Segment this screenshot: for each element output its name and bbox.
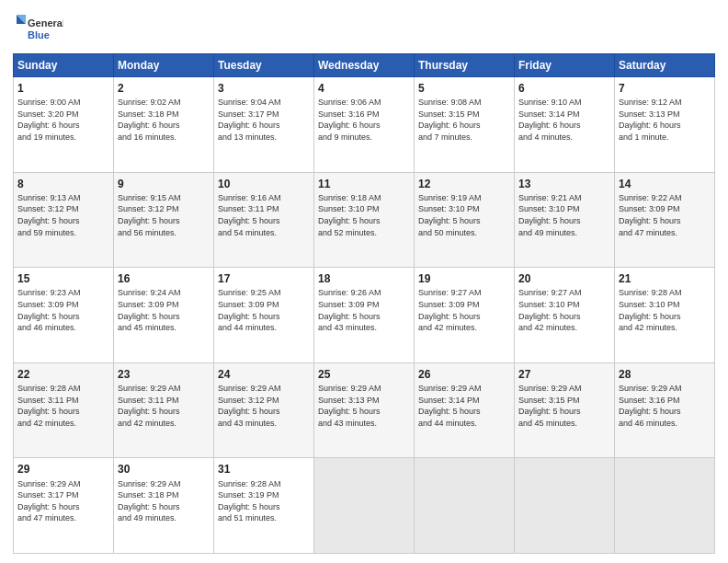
calendar-cell: 25Sunrise: 9:29 AM Sunset: 3:13 PM Dayli… — [314, 362, 415, 458]
day-detail: Sunrise: 9:19 AM Sunset: 3:10 PM Dayligh… — [418, 192, 510, 238]
day-number: 1 — [17, 81, 109, 96]
calendar-cell: 11Sunrise: 9:18 AM Sunset: 3:10 PM Dayli… — [314, 172, 415, 268]
svg-text:General: General — [28, 17, 63, 29]
day-detail: Sunrise: 9:26 AM Sunset: 3:09 PM Dayligh… — [318, 287, 410, 333]
day-number: 26 — [418, 367, 510, 382]
calendar-cell: 30Sunrise: 9:29 AM Sunset: 3:18 PM Dayli… — [114, 458, 214, 554]
calendar-cell: 12Sunrise: 9:19 AM Sunset: 3:10 PM Dayli… — [415, 172, 515, 268]
day-number: 16 — [118, 271, 210, 286]
day-number: 27 — [518, 367, 610, 382]
calendar-cell: 29Sunrise: 9:29 AM Sunset: 3:17 PM Dayli… — [14, 458, 114, 554]
day-number: 4 — [318, 81, 410, 96]
calendar-cell: 14Sunrise: 9:22 AM Sunset: 3:09 PM Dayli… — [615, 172, 715, 268]
day-number: 25 — [318, 367, 410, 382]
day-number: 15 — [17, 271, 109, 286]
day-detail: Sunrise: 9:27 AM Sunset: 3:10 PM Dayligh… — [518, 287, 610, 333]
week-row-3: 15Sunrise: 9:23 AM Sunset: 3:09 PM Dayli… — [14, 268, 715, 363]
day-number: 29 — [17, 462, 109, 477]
calendar-cell — [515, 458, 615, 554]
day-detail: Sunrise: 9:25 AM Sunset: 3:09 PM Dayligh… — [218, 287, 310, 333]
calendar-cell: 6Sunrise: 9:10 AM Sunset: 3:14 PM Daylig… — [515, 77, 615, 173]
day-detail: Sunrise: 9:18 AM Sunset: 3:10 PM Dayligh… — [318, 192, 410, 238]
day-number: 3 — [218, 81, 310, 96]
day-detail: Sunrise: 9:27 AM Sunset: 3:09 PM Dayligh… — [418, 287, 510, 333]
calendar-cell: 2Sunrise: 9:02 AM Sunset: 3:18 PM Daylig… — [114, 77, 214, 173]
calendar-cell: 19Sunrise: 9:27 AM Sunset: 3:09 PM Dayli… — [415, 268, 515, 363]
week-row-4: 22Sunrise: 9:28 AM Sunset: 3:11 PM Dayli… — [14, 362, 715, 458]
day-detail: Sunrise: 9:21 AM Sunset: 3:10 PM Dayligh… — [518, 192, 610, 238]
calendar-cell: 1Sunrise: 9:00 AM Sunset: 3:20 PM Daylig… — [14, 77, 114, 173]
day-number: 13 — [518, 177, 610, 191]
calendar-cell: 15Sunrise: 9:23 AM Sunset: 3:09 PM Dayli… — [14, 268, 114, 363]
day-number: 10 — [218, 177, 310, 191]
day-number: 7 — [619, 81, 711, 96]
day-detail: Sunrise: 9:24 AM Sunset: 3:09 PM Dayligh… — [118, 287, 210, 333]
header-day-saturday: Saturday — [615, 54, 715, 77]
header-day-wednesday: Wednesday — [314, 54, 415, 77]
header-day-friday: Friday — [515, 54, 615, 77]
calendar: SundayMondayTuesdayWednesdayThursdayFrid… — [13, 53, 715, 554]
day-number: 20 — [518, 271, 610, 286]
week-row-5: 29Sunrise: 9:29 AM Sunset: 3:17 PM Dayli… — [14, 458, 715, 554]
header-day-thursday: Thursday — [415, 54, 515, 77]
logo-svg: General Blue — [13, 11, 63, 46]
day-detail: Sunrise: 9:29 AM Sunset: 3:11 PM Dayligh… — [118, 383, 210, 429]
day-number: 31 — [218, 462, 310, 477]
calendar-cell: 26Sunrise: 9:29 AM Sunset: 3:14 PM Dayli… — [415, 362, 515, 458]
header-day-tuesday: Tuesday — [214, 54, 314, 77]
day-detail: Sunrise: 9:29 AM Sunset: 3:15 PM Dayligh… — [518, 383, 610, 429]
day-detail: Sunrise: 9:08 AM Sunset: 3:15 PM Dayligh… — [418, 97, 510, 143]
calendar-cell: 20Sunrise: 9:27 AM Sunset: 3:10 PM Dayli… — [515, 268, 615, 363]
day-detail: Sunrise: 9:28 AM Sunset: 3:11 PM Dayligh… — [17, 383, 109, 429]
day-number: 9 — [118, 177, 210, 191]
day-number: 23 — [118, 367, 210, 382]
calendar-cell: 22Sunrise: 9:28 AM Sunset: 3:11 PM Dayli… — [14, 362, 114, 458]
day-detail: Sunrise: 9:13 AM Sunset: 3:12 PM Dayligh… — [17, 192, 109, 238]
calendar-cell — [615, 458, 715, 554]
calendar-cell: 10Sunrise: 9:16 AM Sunset: 3:11 PM Dayli… — [214, 172, 314, 268]
calendar-cell: 27Sunrise: 9:29 AM Sunset: 3:15 PM Dayli… — [515, 362, 615, 458]
day-detail: Sunrise: 9:00 AM Sunset: 3:20 PM Dayligh… — [17, 97, 109, 143]
logo: General Blue — [13, 11, 63, 46]
calendar-header: SundayMondayTuesdayWednesdayThursdayFrid… — [14, 54, 715, 77]
calendar-cell — [415, 458, 515, 554]
day-detail: Sunrise: 9:12 AM Sunset: 3:13 PM Dayligh… — [619, 97, 711, 143]
day-number: 6 — [518, 81, 610, 96]
day-detail: Sunrise: 9:29 AM Sunset: 3:17 PM Dayligh… — [17, 478, 109, 524]
calendar-cell: 28Sunrise: 9:29 AM Sunset: 3:16 PM Dayli… — [615, 362, 715, 458]
day-number: 28 — [619, 367, 711, 382]
calendar-cell: 5Sunrise: 9:08 AM Sunset: 3:15 PM Daylig… — [415, 77, 515, 173]
day-detail: Sunrise: 9:28 AM Sunset: 3:10 PM Dayligh… — [619, 287, 711, 333]
calendar-cell: 31Sunrise: 9:28 AM Sunset: 3:19 PM Dayli… — [214, 458, 314, 554]
day-detail: Sunrise: 9:29 AM Sunset: 3:16 PM Dayligh… — [619, 383, 711, 429]
calendar-cell: 9Sunrise: 9:15 AM Sunset: 3:12 PM Daylig… — [114, 172, 214, 268]
day-number: 12 — [418, 177, 510, 191]
calendar-cell: 24Sunrise: 9:29 AM Sunset: 3:12 PM Dayli… — [214, 362, 314, 458]
day-detail: Sunrise: 9:06 AM Sunset: 3:16 PM Dayligh… — [318, 97, 410, 143]
day-detail: Sunrise: 9:02 AM Sunset: 3:18 PM Dayligh… — [118, 97, 210, 143]
day-detail: Sunrise: 9:29 AM Sunset: 3:18 PM Dayligh… — [118, 478, 210, 524]
day-detail: Sunrise: 9:16 AM Sunset: 3:11 PM Dayligh… — [218, 192, 310, 238]
week-row-1: 1Sunrise: 9:00 AM Sunset: 3:20 PM Daylig… — [14, 77, 715, 173]
calendar-cell: 18Sunrise: 9:26 AM Sunset: 3:09 PM Dayli… — [314, 268, 415, 363]
day-number: 2 — [118, 81, 210, 96]
header: General Blue — [13, 11, 715, 46]
calendar-body: 1Sunrise: 9:00 AM Sunset: 3:20 PM Daylig… — [14, 77, 715, 554]
day-number: 21 — [619, 271, 711, 286]
calendar-cell: 3Sunrise: 9:04 AM Sunset: 3:17 PM Daylig… — [214, 77, 314, 173]
day-number: 14 — [619, 177, 711, 191]
day-detail: Sunrise: 9:28 AM Sunset: 3:19 PM Dayligh… — [218, 478, 310, 524]
week-row-2: 8Sunrise: 9:13 AM Sunset: 3:12 PM Daylig… — [14, 172, 715, 268]
day-detail: Sunrise: 9:23 AM Sunset: 3:09 PM Dayligh… — [17, 287, 109, 333]
day-detail: Sunrise: 9:15 AM Sunset: 3:12 PM Dayligh… — [118, 192, 210, 238]
header-day-monday: Monday — [114, 54, 214, 77]
calendar-cell — [314, 458, 415, 554]
calendar-cell: 7Sunrise: 9:12 AM Sunset: 3:13 PM Daylig… — [615, 77, 715, 173]
calendar-cell: 16Sunrise: 9:24 AM Sunset: 3:09 PM Dayli… — [114, 268, 214, 363]
day-detail: Sunrise: 9:29 AM Sunset: 3:13 PM Dayligh… — [318, 383, 410, 429]
day-number: 18 — [318, 271, 410, 286]
header-row: SundayMondayTuesdayWednesdayThursdayFrid… — [14, 54, 715, 77]
day-detail: Sunrise: 9:22 AM Sunset: 3:09 PM Dayligh… — [619, 192, 711, 238]
day-number: 5 — [418, 81, 510, 96]
calendar-cell: 8Sunrise: 9:13 AM Sunset: 3:12 PM Daylig… — [14, 172, 114, 268]
